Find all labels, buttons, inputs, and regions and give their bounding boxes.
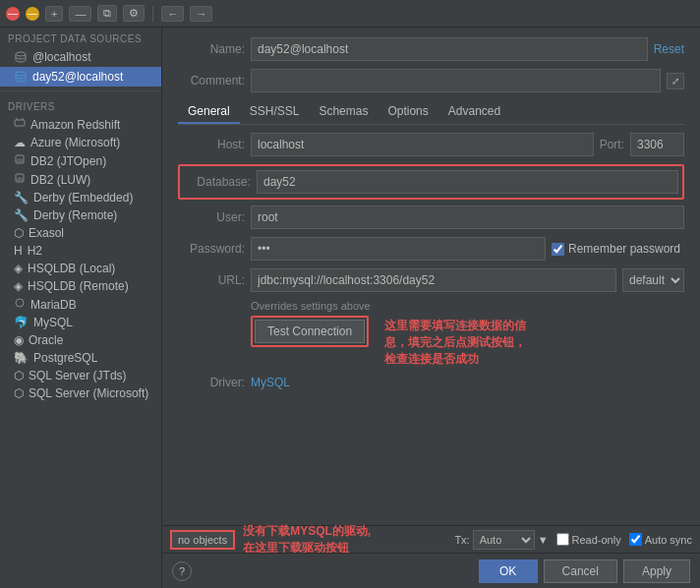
svg-rect-2	[15, 120, 25, 126]
driver-db2-jtopen[interactable]: db DB2 (JTOpen)	[0, 151, 161, 170]
readonly-checkbox[interactable]	[556, 533, 569, 546]
help-button[interactable]: ?	[172, 561, 192, 581]
comment-expand-button[interactable]: ⤢	[667, 73, 684, 89]
tx-select[interactable]: Auto Manual	[473, 530, 535, 550]
driver-exasol[interactable]: ⬡ Exasol	[0, 224, 161, 242]
svg-text:db: db	[17, 157, 24, 163]
sidebar-section-label: Project Data Sources	[0, 28, 161, 47]
apply-button[interactable]: Apply	[623, 559, 690, 583]
duplicate-button[interactable]: ⧉	[97, 5, 117, 22]
tx-arrow-icon: ▼	[538, 534, 549, 546]
driver-oracle[interactable]: ◉ Oracle	[0, 331, 161, 349]
driver-hsqldb-local[interactable]: ◈ HSQLDB (Local)	[0, 260, 161, 277]
add-datasource-button[interactable]: +	[45, 6, 63, 22]
driver-icon-h2: H	[14, 244, 23, 258]
name-label: Name:	[178, 42, 245, 56]
tab-advanced[interactable]: Advanced	[438, 100, 510, 124]
settings-button[interactable]: ⚙	[123, 5, 145, 22]
driver-postgresql[interactable]: 🐘 PostgreSQL	[0, 349, 161, 367]
tab-options[interactable]: Options	[378, 100, 438, 124]
host-row: Host: Port:	[178, 133, 684, 156]
tx-auto-row: Tx: Auto Manual ▼	[454, 530, 548, 550]
sidebar-divider	[0, 90, 161, 91]
driver-postgresql-label: PostgreSQL	[33, 351, 97, 365]
tab-general[interactable]: General	[178, 100, 240, 124]
driver-icon-exasol: ⬡	[14, 226, 24, 240]
driver-amazon-label: Amazon Redshift	[30, 118, 120, 132]
password-input[interactable]	[251, 237, 546, 261]
database-row: Database:	[184, 170, 678, 194]
sidebar: Project Data Sources @localhost day52@lo…	[0, 28, 162, 588]
driver-azure-label: Azure (Microsoft)	[30, 136, 120, 149]
reset-link[interactable]: Reset	[654, 42, 684, 56]
port-label: Port:	[600, 138, 624, 151]
driver-icon-mysql: 🐬	[14, 316, 29, 329]
ok-button[interactable]: OK	[479, 559, 538, 583]
remember-password-checkbox[interactable]	[552, 243, 564, 256]
url-input[interactable]	[251, 268, 616, 292]
url-label: URL:	[178, 273, 245, 287]
driver-sqlserver-ms[interactable]: ⬡ SQL Server (Microsoft)	[0, 384, 161, 402]
user-input[interactable]	[251, 206, 684, 229]
user-row: User:	[178, 206, 684, 229]
driver-sqlserver-jtds[interactable]: ⬡ SQL Server (JTds)	[0, 367, 161, 384]
driver-hsqldb-remote[interactable]: ◈ HSQLDB (Remote)	[0, 277, 161, 295]
tab-sshssl[interactable]: SSH/SSL	[240, 100, 310, 124]
database-label: Database:	[184, 175, 251, 189]
driver-derby-remote[interactable]: 🔧 Derby (Remote)	[0, 206, 161, 224]
database-input[interactable]	[257, 170, 678, 194]
content-area: Name: Reset Comment: ⤢ General SSH/SSL S…	[162, 28, 700, 588]
driver-icon-sqlserver-ms: ⬡	[14, 386, 24, 400]
minimize-icon[interactable]: —	[26, 7, 39, 21]
driver-amazon-redshift[interactable]: Amazon Redshift	[0, 115, 161, 134]
host-label: Host:	[178, 138, 245, 151]
tab-schemas[interactable]: Schemas	[309, 100, 378, 124]
driver-h2[interactable]: H H2	[0, 242, 161, 260]
database-row-wrapper: Database:	[178, 164, 684, 200]
comment-row: Comment: ⤢	[178, 69, 684, 92]
driver-icon-hsqldb-remote: ◈	[14, 279, 23, 293]
status-bar: no objects 没有下载MYSQL的驱动, 在这里下载驱动按钮 Tx: A…	[162, 525, 700, 553]
host-input[interactable]	[251, 133, 594, 156]
driver-row: Driver: MySQL	[178, 376, 684, 389]
driver-db2-luw-label: DB2 (LUW)	[30, 173, 90, 187]
driver-mariadb[interactable]: MariaDB	[0, 295, 161, 314]
drivers-section-label: Drivers	[0, 95, 161, 115]
svg-point-0	[16, 52, 26, 56]
sidebar-item-day52[interactable]: day52@localhost	[0, 67, 161, 87]
tabs-bar: General SSH/SSL Schemas Options Advanced	[178, 100, 684, 125]
sidebar-item-localhost[interactable]: @localhost	[0, 47, 161, 67]
port-input[interactable]	[630, 133, 684, 156]
driver-mysql[interactable]: 🐬 MySQL	[0, 314, 161, 331]
no-objects-button[interactable]: no objects	[170, 530, 235, 550]
driver-azure[interactable]: ☁ Azure (Microsoft)	[0, 134, 161, 151]
svg-point-9	[16, 299, 24, 307]
test-connection-wrapper: Test Connection	[251, 316, 369, 347]
remove-datasource-button[interactable]: —	[69, 6, 91, 22]
back-button[interactable]: ←	[161, 6, 184, 22]
driver-sqlserver-jtds-label: SQL Server (JTds)	[29, 369, 127, 382]
driver-mariadb-label: MariaDB	[30, 298, 77, 312]
driver-icon-mariadb	[14, 297, 26, 312]
url-type-select[interactable]: default	[622, 268, 684, 292]
database-icon	[14, 50, 28, 64]
url-row: URL: default	[178, 268, 684, 292]
test-connection-button[interactable]: Test Connection	[255, 320, 365, 343]
driver-hsqldb-remote-label: HSQLDB (Remote)	[28, 279, 129, 293]
comment-input[interactable]	[251, 69, 661, 92]
driver-derby-embedded[interactable]: 🔧 Derby (Embedded)	[0, 189, 161, 206]
close-icon[interactable]: —	[6, 7, 20, 21]
cancel-button[interactable]: Cancel	[544, 559, 617, 583]
driver-mysql-label: MySQL	[33, 316, 73, 329]
driver-icon-db2-luw: db	[14, 172, 26, 187]
autosync-checkbox[interactable]	[629, 533, 642, 546]
separator	[152, 6, 153, 22]
name-input[interactable]	[251, 37, 648, 61]
driver-h2-label: H2	[28, 244, 42, 258]
sidebar-item-day52-label: day52@localhost	[32, 70, 123, 84]
driver-icon-sqlserver-jtds: ⬡	[14, 369, 24, 382]
driver-link[interactable]: MySQL	[251, 376, 290, 389]
driver-db2-luw[interactable]: db DB2 (LUW)	[0, 170, 161, 189]
forward-button[interactable]: →	[190, 6, 212, 22]
dialog-buttons: ? OK Cancel Apply	[162, 553, 700, 588]
